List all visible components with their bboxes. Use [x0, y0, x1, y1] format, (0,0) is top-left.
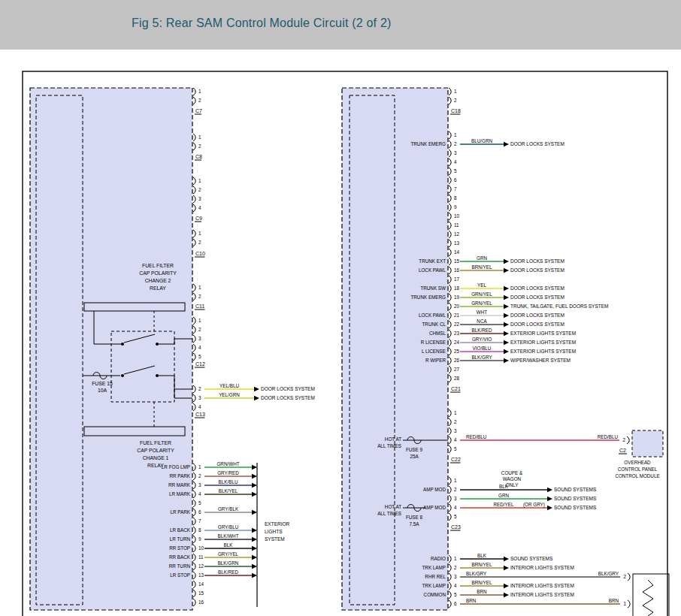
fuse-name: FUSE 8 [406, 515, 423, 520]
fuel-filter-relay2-label: FUEL FILTER [142, 263, 174, 268]
pin-number: 7 [198, 518, 201, 524]
pin-number: 4 [454, 505, 457, 510]
pin-label: TRK LAMP [422, 565, 446, 570]
pin-number: 13 [198, 572, 204, 578]
pin-number: 5 [454, 514, 457, 519]
destination-label: DOOR LOCKS SYSTEM [261, 386, 315, 391]
fuel-filter-relay2-label: CHANGE 2 [145, 278, 171, 283]
pin-number: 2 [198, 187, 201, 192]
pin-number: 2 [623, 574, 626, 579]
pin-number: 3 [454, 428, 457, 433]
pin-label: LR BACK [170, 527, 191, 533]
pin-label: RR BACK [169, 554, 191, 560]
pin-number: 4 [198, 491, 201, 497]
wire-color-label: BLK/YEL [219, 488, 238, 494]
pin-number: 16 [198, 599, 204, 605]
pin-number: 12 [454, 231, 460, 237]
connector-label: C10 [195, 251, 205, 256]
pin-number: 2 [622, 437, 625, 442]
note-label: COUPE & [501, 470, 523, 476]
pin-label: TRUNK EXT [419, 258, 446, 264]
connector-label: C13 [195, 412, 205, 417]
destination-label: DOOR LOCKS SYSTEM [510, 141, 564, 146]
pin-number: 5 [454, 446, 457, 451]
wire-color-label: BLK/GRY [466, 571, 487, 576]
connector-label: C23 [451, 524, 461, 530]
wire-color-label: GRN/YEL [471, 300, 492, 306]
pin-number: 22 [454, 322, 460, 327]
pin-number: 1 [198, 285, 201, 290]
pin-number: 3 [198, 482, 201, 488]
destination-label: DOOR LOCKS SYSTEM [510, 267, 564, 273]
wire-color-label: GRN [498, 493, 509, 498]
wire-color-label: YEL [477, 282, 486, 288]
box-caption: CONTROL MODULE [615, 473, 659, 479]
pin-number: 21 [454, 313, 460, 318]
pin-number: 2 [198, 294, 201, 299]
hot-at-all-times-label: HOT AT [385, 436, 401, 442]
pin-number: 2 [454, 98, 457, 103]
pin-number: 2 [454, 419, 457, 424]
pin-number: 2 [198, 143, 201, 149]
wire-color-label: BRN [466, 598, 477, 603]
wiring-diagram: FUEL FILTERCAP POLARITYCHANGE 2RELAYFUSE… [0, 0, 681, 616]
pin-number: 7 [454, 186, 457, 192]
pin-number: 8 [198, 527, 201, 533]
pin-label: LR STOP [170, 572, 190, 578]
pin-number: 5 [454, 592, 457, 597]
pin-label: TRUNK CL [422, 322, 446, 327]
pin-label: R LICENSE [421, 340, 446, 345]
pin-number: 6 [198, 509, 201, 515]
fuse-name: FUSE 9 [406, 447, 423, 452]
pin-label: LOCK PAWL [419, 313, 446, 318]
destination-label: EXTERIOR LIGHTS SYSTEM [510, 340, 576, 345]
pin-number: 2 [198, 98, 201, 103]
connector-label: C18 [451, 108, 461, 113]
destination-label: DOOR LOCKS SYSTEM [510, 313, 564, 318]
wire-color-label: GRY/RED [217, 470, 239, 476]
pin-number: 17 [454, 276, 460, 282]
pin-label: CHMSL [429, 331, 446, 336]
fuse-rating: 25A [410, 454, 419, 459]
pin-number: 1 [198, 464, 201, 470]
pin-number: 1 [454, 556, 457, 561]
pin-number: 5 [454, 168, 457, 174]
pin-number: 5 [198, 354, 201, 359]
wire-color-label: RED/YEL [494, 502, 514, 507]
destination-label: DOOR LOCKS SYSTEM [510, 258, 564, 264]
fuel-filter-relay2-label: RELAY [150, 285, 166, 291]
pin-number: 10 [198, 545, 204, 551]
fuel-filter-relay1-label: CAP POLARITY [137, 448, 174, 453]
pin-number: 5 [198, 500, 201, 506]
destination-label: DOOR LOCKS SYSTEM [510, 285, 564, 291]
bus-destination-label: LIGHTS [265, 529, 283, 534]
pin-number: 11 [454, 222, 459, 228]
pin-label: TRK LAMP [422, 583, 446, 588]
wire-color-label: BLK/WHT [218, 533, 239, 539]
pin-label: LR TURN [170, 536, 191, 542]
connector-label: C12 [195, 361, 205, 367]
wire-color-label: BRN/YEL [472, 580, 492, 585]
pin-label: AMP MOD [423, 505, 446, 510]
hot-at-all-times-label: ALL TIMES [377, 511, 401, 516]
pin-number: 2 [198, 240, 201, 245]
wire-color-label: BLK/GRY [598, 571, 619, 576]
box-caption: OVERHEAD [624, 460, 651, 465]
wire-color-label: NCA [477, 319, 487, 324]
pin-label: RADIO [431, 556, 446, 561]
pin-label: RR TURN [169, 563, 191, 569]
pin-number: 3 [454, 150, 457, 156]
wire-color-label: BRN/YEL [472, 562, 492, 567]
pin-number: 8 [454, 195, 457, 201]
pin-number: 6 [454, 177, 457, 183]
pin-number: 12 [198, 563, 204, 569]
overhead-control-panel-module-box [632, 430, 663, 457]
pin-label: RR MARK [168, 482, 191, 488]
fuse-rating: 7.5A [410, 521, 420, 527]
box-caption: CONTROL PANEL [618, 467, 658, 472]
fuse15-label: FUSE 15 [92, 381, 113, 386]
pin-number: 3 [198, 336, 201, 341]
wire-color-label: RED/BLU [466, 434, 487, 439]
destination-label: DOOR LOCKS SYSTEM [510, 294, 564, 300]
pin-number: 2 [454, 487, 457, 492]
